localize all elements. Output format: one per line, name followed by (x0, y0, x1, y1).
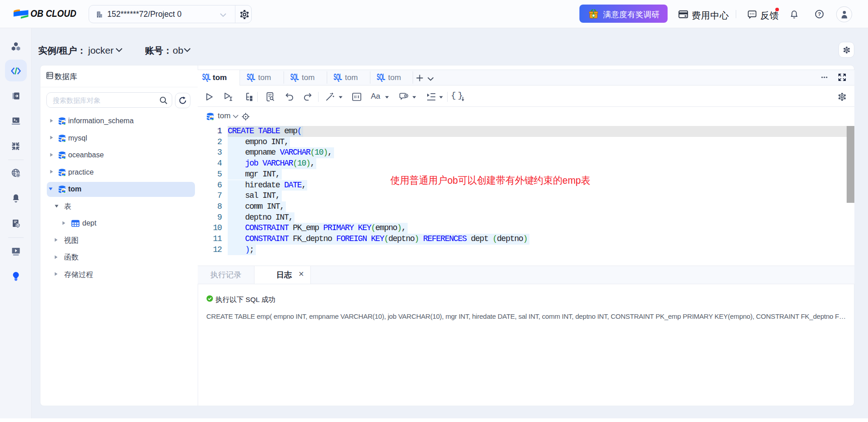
svg-text:?: ? (818, 11, 821, 17)
